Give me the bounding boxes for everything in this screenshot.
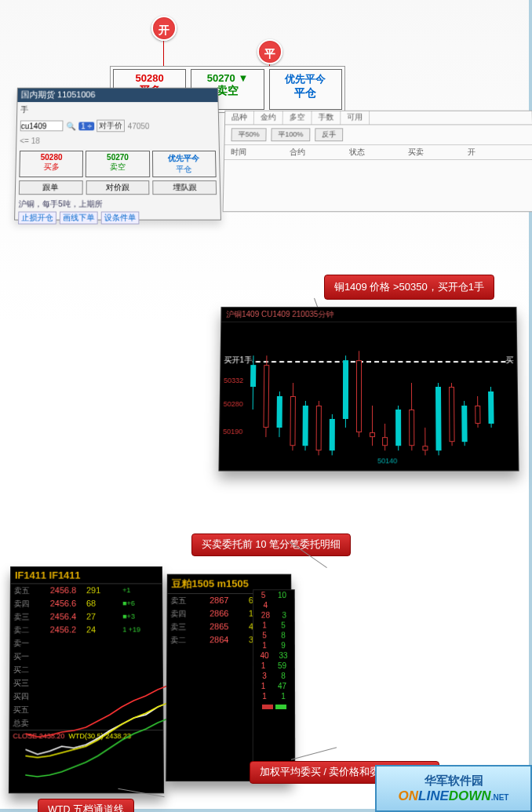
- position-tab[interactable]: 品种: [225, 111, 254, 125]
- depth-row: 卖四 2456.6 68 ■+6: [11, 597, 162, 610]
- logo-chinese: 华军软件园: [425, 774, 483, 788]
- action-cell-small[interactable]: 优先平今 平仓: [152, 151, 217, 177]
- follow-button[interactable]: 跟单: [19, 180, 83, 195]
- action-cell[interactable]: 优先平今 平仓: [269, 69, 342, 110]
- onlinedown-logo: 华军软件园 ONLINEDOWN.NET: [375, 765, 532, 812]
- position-tabs: 品种金约多空手数可用: [225, 111, 532, 126]
- column-header: 合约: [290, 147, 348, 158]
- condition-callout: 铜1409 价格 >50350，买开仓1手: [324, 275, 494, 300]
- contract-note: 沪铜，每手5吨，上期所: [15, 197, 220, 211]
- bid-ask-bars: [253, 701, 294, 712]
- trading-software-window: 国内期货 11051006 手 🔍 1 ÷ 对手价 47050 <= 18 50…: [14, 88, 221, 220]
- candle-container: [250, 337, 513, 452]
- position-tab[interactable]: 手数: [312, 111, 341, 125]
- price-mode-select[interactable]: 对手价: [97, 120, 125, 133]
- depth-row: 买一: [10, 650, 162, 663]
- tick-row: 510: [253, 590, 294, 600]
- action-cell-small[interactable]: 50270 卖空: [86, 151, 150, 177]
- tick-row: 283: [253, 610, 294, 621]
- quick-close-button[interactable]: 反手: [315, 128, 343, 141]
- search-icon[interactable]: 🔍: [66, 122, 75, 130]
- window-title: 国内期货 11051006: [17, 89, 217, 102]
- follow-button[interactable]: 埋队跟: [153, 180, 217, 195]
- close-tag-icon: 平: [257, 39, 282, 64]
- bottom-tab[interactable]: 止损开仓: [18, 212, 56, 224]
- tick-row: 58: [253, 630, 294, 640]
- position-tab[interactable]: 可用: [341, 111, 370, 125]
- y-label: 50280: [224, 400, 243, 408]
- bottom-tabs: 止损开仓画线下单设条件单: [15, 212, 220, 224]
- connector-line: [163, 41, 164, 66]
- column-header: 状态: [349, 147, 408, 158]
- condition-text: <= 18: [16, 134, 219, 147]
- small-action-cells: 50280 买多 50270 卖空 优先平今 平仓: [19, 151, 216, 177]
- depth-row: 买二: [10, 663, 162, 676]
- bottom-tab[interactable]: 画线下单: [60, 212, 98, 224]
- y-label: 50332: [224, 377, 243, 384]
- column-header: 买卖: [408, 147, 467, 158]
- qty-badge[interactable]: 1 ÷: [78, 122, 94, 130]
- tick-row: 159: [253, 661, 294, 671]
- open-tag-icon: 开: [151, 16, 177, 41]
- quick-close-button[interactable]: 平50%: [231, 128, 267, 141]
- ask-bar: [275, 705, 286, 709]
- threshold-label-left: 买开1手: [224, 355, 252, 366]
- column-header: 时间: [231, 147, 290, 158]
- bid-bar: [261, 705, 272, 709]
- tick-row: 15: [253, 621, 294, 631]
- position-table-header: 时间合约状态买卖开: [224, 144, 532, 160]
- candlestick-chart: 沪铜1409 CU1409 210035分钟 买开1手 买 50332 5028…: [218, 307, 519, 472]
- position-panel: 品种金约多空手数可用 平50%平100%反手 时间合约状态买卖开: [223, 111, 532, 213]
- label-hand: 手: [20, 104, 28, 115]
- ref-price: 47050: [128, 122, 150, 130]
- depth-row: 卖二 2456.2 24 1 +19: [10, 624, 162, 637]
- tick-row: 19: [253, 640, 294, 650]
- tick-row: 4033: [253, 650, 294, 661]
- follow-button[interactable]: 对价跟: [86, 180, 149, 195]
- depth-row: 卖五 2456.8 291 +1: [11, 584, 162, 597]
- x-label: 50140: [377, 457, 397, 464]
- tick-row: 38: [253, 671, 294, 681]
- quick-close-buttons: 平50%平100%反手: [224, 125, 532, 144]
- depth-title: IF1411 IF1411: [11, 567, 162, 584]
- position-tab[interactable]: 金约: [254, 111, 283, 125]
- position-tab[interactable]: 多空: [283, 111, 312, 125]
- bottom-tab[interactable]: 设条件单: [101, 212, 140, 224]
- depth-callout-top: 买卖委托前 10 笔分笔委托明细: [191, 533, 351, 556]
- depth-panel-if1411: IF1411 IF1411 卖五 2456.8 291 +1 卖四 2456.6…: [9, 566, 164, 793]
- tick-row: 11: [253, 691, 294, 701]
- depth-row: 卖一: [10, 636, 162, 650]
- y-label: 50190: [223, 428, 242, 435]
- connector-line: [291, 747, 337, 759]
- follow-button-row: 跟单对价跟埋队跟: [19, 180, 217, 195]
- depth-row: 卖三 2456.4 27 ■+3: [11, 610, 162, 624]
- action-cell-small[interactable]: 50280 买多: [19, 151, 83, 177]
- tick-detail-panel: 510 4 283 15 58 19 4033 159 38 147 11: [253, 589, 295, 769]
- quick-close-button[interactable]: 平100%: [271, 128, 310, 141]
- column-header: 开: [467, 147, 527, 158]
- logo-english: ONLINEDOWN.NET: [399, 788, 509, 804]
- chart-title: 沪铜1409 CU1409 210035分钟: [221, 308, 516, 322]
- depth-callout-bottom: WTD 五档通道线: [38, 799, 134, 812]
- tick-row: 4: [253, 600, 294, 610]
- contract-code-input[interactable]: [20, 121, 64, 132]
- tick-row: 147: [253, 681, 294, 691]
